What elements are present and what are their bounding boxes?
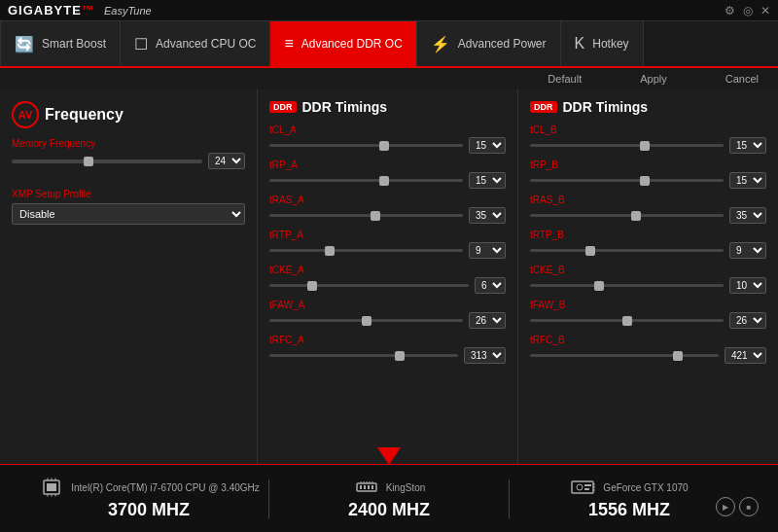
ram-info: KingSton 2400 MHZ (269, 477, 509, 520)
tcke-b-slider[interactable] (530, 284, 724, 287)
tcke-b-label: tCKE_B (530, 265, 766, 275)
tcl-b-slider[interactable] (530, 144, 724, 147)
xmp-row: Disable Profile 1 Profile 2 (12, 203, 245, 225)
tcke-a-dropdown[interactable]: 657 (475, 277, 506, 294)
tcke-a-label: tCKE_A (269, 265, 506, 275)
tab-smart-boost[interactable]: 🔄 Smart Boost (0, 21, 121, 66)
timing-trfc-a: tRFC_A 313300350 (269, 335, 506, 364)
ddr-b-panel: DDR DDR Timings tCL_B 151416 tRP_B 15141… (518, 89, 778, 464)
tab-advanced-ddr-oc[interactable]: ≡ Advanced DDR OC (270, 21, 416, 66)
tfaw-a-slider[interactable] (269, 319, 463, 322)
memory-freq-dropdown[interactable]: 24 26 28 30 (208, 153, 245, 169)
svg-rect-20 (584, 484, 591, 486)
xmp-dropdown[interactable]: Disable Profile 1 Profile 2 (12, 203, 245, 225)
tab-advanced-cpu-oc[interactable]: ☐ Advanced CPU OC (121, 21, 270, 66)
cancel-button[interactable]: Cancel (725, 73, 759, 85)
frequency-label: Frequency (45, 106, 124, 124)
ddr-a-title: DDR DDR Timings (269, 99, 506, 115)
tcl-a-label: tCL_A (269, 124, 506, 135)
trp-a-dropdown[interactable]: 151416 (469, 172, 506, 189)
frequency-icon: AV (12, 101, 39, 128)
footer: Intel(R) Core(TM) i7-6700 CPU @ 3.40GHz … (0, 464, 778, 532)
frequency-panel: AV Frequency Memory Frequency 24 26 28 3… (0, 89, 258, 464)
gpu-top: GeForce GTX 1070 (570, 477, 688, 498)
tcl-b-control: 151416 (530, 137, 766, 154)
svg-rect-17 (371, 485, 373, 489)
close-icon[interactable]: ✕ (760, 4, 770, 18)
timing-tfaw-b: tFAW_B 262527 (530, 300, 766, 329)
trfc-a-slider[interactable] (269, 354, 458, 357)
tras-b-dropdown[interactable]: 353436 (729, 207, 766, 224)
timing-trp-a: tRP_A 151416 (269, 160, 506, 189)
play-button[interactable]: ▶ (716, 497, 735, 516)
timing-tfaw-a: tFAW_A 262527 (269, 300, 506, 329)
minimize-icon[interactable]: ◎ (743, 4, 753, 18)
tab-advanced-power[interactable]: ⚡ Advanced Power (417, 21, 561, 66)
trp-b-control: 151416 (530, 172, 766, 189)
tcke-b-dropdown[interactable]: 10911 (729, 277, 766, 294)
trtp-b-slider[interactable] (530, 249, 724, 252)
xmp-label: XMP Setup Profile (12, 189, 245, 199)
timing-trp-b: tRP_B 151416 (530, 160, 766, 189)
tcl-a-slider[interactable] (269, 144, 463, 147)
svg-rect-14 (360, 485, 362, 489)
tfaw-a-control: 262527 (269, 312, 506, 329)
trp-b-dropdown[interactable]: 151416 (729, 172, 766, 189)
settings-icon[interactable]: ⚙ (725, 4, 735, 18)
trtp-b-label: tRTP_B (530, 230, 766, 240)
gpu-value: 1556 MHZ (588, 500, 670, 520)
tras-a-slider[interactable] (269, 214, 463, 217)
tcl-b-dropdown[interactable]: 151416 (729, 137, 766, 154)
trtp-a-slider[interactable] (269, 249, 463, 252)
trtp-b-dropdown[interactable]: 9810 (729, 242, 766, 259)
timing-tcl-a: tCL_A 151416 (269, 124, 506, 154)
default-button[interactable]: Default (548, 73, 582, 85)
tfaw-b-dropdown[interactable]: 262527 (729, 312, 766, 329)
cpu-desc: Intel(R) Core(TM) i7-6700 CPU @ 3.40GHz (71, 482, 260, 493)
trtp-a-label: tRTP_A (269, 230, 506, 240)
ddr-b-title: DDR DDR Timings (530, 99, 766, 115)
trp-a-label: tRP_A (269, 160, 506, 170)
power-icon: ⚡ (431, 35, 450, 53)
tfaw-a-dropdown[interactable]: 262527 (469, 312, 506, 329)
trfc-a-dropdown[interactable]: 313300350 (464, 347, 506, 364)
action-bar: Default Apply Cancel (0, 68, 778, 89)
apply-button[interactable]: Apply (640, 73, 667, 85)
tfaw-b-slider[interactable] (530, 319, 724, 322)
tcl-a-dropdown[interactable]: 151416 (469, 137, 506, 154)
timing-tcl-b: tCL_B 151416 (530, 124, 766, 154)
trp-a-slider[interactable] (269, 179, 463, 182)
tcke-a-slider[interactable] (269, 284, 469, 287)
trfc-b-dropdown[interactable]: 421400450 (725, 347, 766, 364)
trp-b-slider[interactable] (530, 179, 724, 182)
svg-rect-21 (584, 488, 589, 490)
timing-trtp-a: tRTP_A 9810 (269, 230, 506, 259)
trtp-b-control: 9810 (530, 242, 766, 259)
tab-hotkey-label: Hotkey (592, 37, 628, 51)
memory-freq-slider[interactable] (12, 160, 202, 163)
memory-freq-row: 24 26 28 30 (12, 153, 245, 169)
stop-button[interactable]: ■ (739, 497, 759, 516)
ram-value: 2400 MHZ (348, 500, 430, 520)
trp-b-label: tRP_B (530, 160, 766, 170)
timing-tras-b: tRAS_B 353436 (530, 195, 766, 224)
tras-a-label: tRAS_A (269, 195, 506, 205)
tras-a-dropdown[interactable]: 353436 (469, 207, 506, 224)
svg-rect-1 (47, 483, 56, 491)
trfc-b-control: 421400450 (530, 347, 766, 364)
tras-b-slider[interactable] (530, 214, 724, 217)
ddr-oc-icon: ≡ (284, 35, 293, 53)
main-content: AV Frequency Memory Frequency 24 26 28 3… (0, 89, 778, 464)
tras-b-control: 353436 (530, 207, 766, 224)
trfc-a-control: 313300350 (269, 347, 506, 364)
tcke-b-control: 10911 (530, 277, 766, 294)
trtp-a-dropdown[interactable]: 9810 (469, 242, 506, 259)
tfaw-b-control: 262527 (530, 312, 766, 329)
playback-controls: ▶ ■ (716, 497, 759, 516)
tab-smart-boost-label: Smart Boost (42, 37, 106, 51)
gpu-icon (570, 477, 597, 498)
tab-hotkey[interactable]: K Hotkey (561, 21, 644, 66)
cpu-info: Intel(R) Core(TM) i7-6700 CPU @ 3.40GHz … (29, 477, 268, 520)
cpu-icon (38, 477, 65, 498)
trfc-b-slider[interactable] (530, 354, 719, 357)
